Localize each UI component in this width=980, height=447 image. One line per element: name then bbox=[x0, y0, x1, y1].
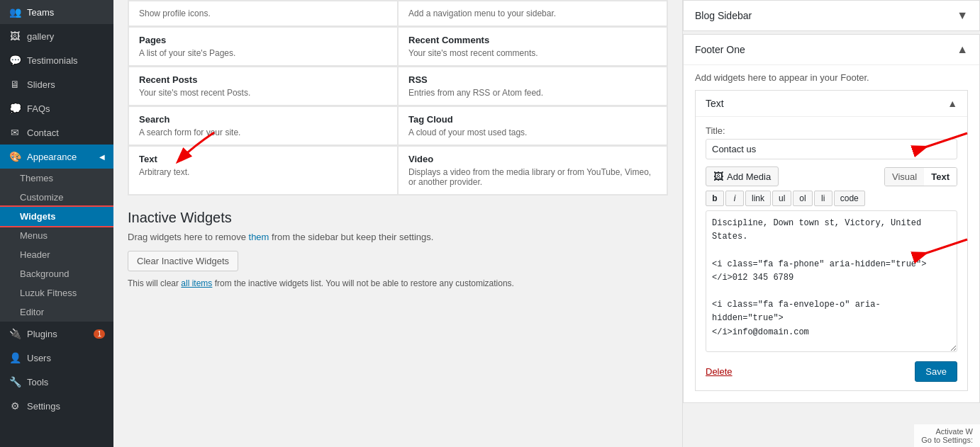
delete-button[interactable]: Delete bbox=[706, 366, 733, 377]
inactive-widgets-desc: Drag widgets here to remove them from th… bbox=[128, 232, 668, 242]
content-editor[interactable]: Discipline, Down town st, Victory, Unite… bbox=[706, 210, 957, 352]
sidebar-item-customize[interactable]: Customize bbox=[0, 188, 113, 207]
sidebar-item-tools[interactable]: 🔧 Tools bbox=[0, 370, 113, 394]
sidebar-item-label: Testimonials bbox=[27, 55, 78, 66]
sidebar-item-menus[interactable]: Menus bbox=[0, 226, 113, 245]
ol-button[interactable]: ol bbox=[793, 191, 812, 206]
sidebar-item-settings[interactable]: ⚙ Settings bbox=[0, 394, 113, 418]
customize-label: Customize bbox=[20, 192, 63, 203]
widget-text-title: Text bbox=[139, 154, 387, 164]
footer-one-expand-icon: ▲ bbox=[957, 43, 968, 56]
widget-rss[interactable]: RSS Entries from any RSS or Atom feed. bbox=[398, 67, 667, 106]
inactive-widgets-title: Inactive Widgets bbox=[128, 210, 668, 226]
sidebar-item-header[interactable]: Header bbox=[0, 245, 113, 264]
footer-one-section: Footer One ▲ Add widgets here to appear … bbox=[683, 34, 980, 403]
editor-label: Editor bbox=[20, 307, 44, 317]
sidebar-item-faqs[interactable]: 💭 FAQs bbox=[0, 96, 113, 120]
save-button[interactable]: Save bbox=[915, 361, 957, 382]
sidebar-item-users[interactable]: 👤 Users bbox=[0, 346, 113, 370]
sidebar-item-label: Appearance bbox=[27, 152, 77, 162]
sidebar-item-luzuk-fitness[interactable]: Luzuk Fitness bbox=[0, 283, 113, 302]
text-widget-title: Text bbox=[706, 98, 724, 109]
visual-tab[interactable]: Visual bbox=[885, 168, 924, 186]
sidebar-item-gallery[interactable]: 🖼 gallery bbox=[0, 24, 113, 48]
sliders-icon: 🖥 bbox=[9, 78, 21, 91]
widget-recent-posts-desc: Your site's most recent Posts. bbox=[139, 88, 387, 98]
editor-toolbar: 🖼 Add Media Visual Text bbox=[706, 166, 957, 186]
sidebar-item-label: FAQs bbox=[27, 103, 50, 114]
header-label: Header bbox=[20, 249, 50, 260]
blog-sidebar-title: Blog Sidebar bbox=[695, 10, 752, 21]
widget-rss-title: RSS bbox=[408, 74, 657, 85]
sidebar-item-plugins[interactable]: 🔌 Plugins 1 bbox=[0, 322, 113, 346]
sidebar-item-teams[interactable]: 👥 Teams bbox=[0, 0, 113, 24]
contact-icon: ✉ bbox=[9, 126, 21, 139]
footer-one-title: Footer One bbox=[695, 44, 745, 55]
widget-rss-desc: Entries from any RSS or Atom feed. bbox=[408, 88, 657, 98]
widget-recent-comments-desc: Your site's most recent comments. bbox=[408, 48, 657, 58]
bold-button[interactable]: b bbox=[706, 191, 724, 206]
sidebar-item-contact[interactable]: ✉ Contact bbox=[0, 120, 113, 145]
blog-sidebar-header[interactable]: Blog Sidebar ▼ bbox=[684, 1, 979, 30]
add-media-label: Add Media bbox=[727, 171, 771, 182]
widget-text[interactable]: Text Arbitrary text. bbox=[128, 146, 398, 195]
text-widget-body: Title: 🖼 Add Media Visual Text bbox=[696, 117, 967, 390]
widget-search[interactable]: Search A search form for your site. bbox=[128, 106, 398, 145]
sidebar-item-appearance[interactable]: 🎨 Appearance ◀ bbox=[0, 145, 113, 169]
footer-one-desc: Add widgets here to appear in your Foote… bbox=[695, 72, 968, 83]
all-items-link[interactable]: all items bbox=[181, 278, 212, 288]
sidebar-item-label: gallery bbox=[27, 31, 54, 42]
ul-button[interactable]: ul bbox=[772, 191, 791, 206]
text-widget-collapse-icon: ▲ bbox=[947, 98, 957, 109]
inactive-them-link[interactable]: them bbox=[249, 232, 269, 242]
sidebar-areas-panel: Blog Sidebar ▼ Footer One ▲ Add widgets … bbox=[682, 0, 980, 447]
format-toolbar: b i link ul ol li code bbox=[706, 191, 957, 206]
appearance-submenu: Themes Customize Widgets Menus Header Ba… bbox=[0, 169, 113, 322]
widget-recent-comments[interactable]: Recent Comments Your site's most recent … bbox=[398, 27, 667, 66]
widget-recent-posts[interactable]: Recent Posts Your site's most recent Pos… bbox=[128, 67, 398, 106]
li-button[interactable]: li bbox=[814, 191, 833, 206]
sidebar-item-label: Sliders bbox=[27, 79, 55, 90]
widget-pages-title: Pages bbox=[139, 35, 387, 45]
text-widget: Text ▲ Title: 🖼 Add Media bbox=[695, 90, 968, 391]
clear-inactive-widgets-button[interactable]: Clear Inactive Widgets bbox=[128, 251, 238, 271]
sidebar-item-editor[interactable]: Editor bbox=[0, 302, 113, 322]
widget-recent-posts-title: Recent Posts bbox=[139, 74, 387, 85]
appearance-icon: 🎨 bbox=[9, 150, 21, 163]
footer-one-header[interactable]: Footer One ▲ bbox=[684, 35, 979, 64]
widget-video-desc: Displays a video from the media library … bbox=[408, 167, 657, 187]
text-tab[interactable]: Text bbox=[924, 168, 957, 186]
widget-note-right: Add a navigation menu to your sidebar. bbox=[398, 1, 667, 26]
footer-one-body: Add widgets here to appear in your Foote… bbox=[684, 64, 979, 402]
widget-recent-comments-title: Recent Comments bbox=[408, 35, 657, 45]
tools-icon: 🔧 bbox=[9, 375, 21, 388]
widget-video[interactable]: Video Displays a video from the media li… bbox=[398, 146, 667, 195]
users-label: Users bbox=[27, 353, 51, 363]
sidebar-item-widgets[interactable]: Widgets bbox=[0, 207, 113, 226]
italic-button[interactable]: i bbox=[725, 191, 744, 206]
code-button[interactable]: code bbox=[834, 191, 865, 206]
title-label: Title: bbox=[706, 125, 957, 136]
add-media-button[interactable]: 🖼 Add Media bbox=[706, 166, 779, 186]
title-input[interactable] bbox=[706, 139, 957, 159]
widget-pages[interactable]: Pages A list of your site's Pages. bbox=[128, 27, 398, 66]
sidebar-item-label: Contact bbox=[27, 128, 59, 138]
main-content: Show profile icons. Add a navigation men… bbox=[113, 0, 980, 447]
sidebar-item-sliders[interactable]: 🖥 Sliders bbox=[0, 72, 113, 96]
plugins-label: Plugins bbox=[27, 329, 57, 339]
link-button[interactable]: link bbox=[745, 191, 771, 206]
tools-label: Tools bbox=[27, 377, 48, 387]
sidebar-item-testimonials[interactable]: 💬 Testimonials bbox=[0, 48, 113, 72]
clear-inactive-note: This will clear all items from the inact… bbox=[128, 278, 668, 288]
widget-tag-cloud-desc: A cloud of your most used tags. bbox=[408, 128, 657, 137]
add-media-icon: 🖼 bbox=[713, 171, 723, 182]
settings-icon: ⚙ bbox=[9, 400, 21, 412]
sidebar-item-themes[interactable]: Themes bbox=[0, 169, 113, 188]
widget-tag-cloud[interactable]: Tag Cloud A cloud of your most used tags… bbox=[398, 106, 667, 145]
sidebar-item-background[interactable]: Background bbox=[0, 264, 113, 283]
text-widget-header[interactable]: Text ▲ bbox=[696, 91, 967, 117]
admin-sidebar: 👥 Teams 🖼 gallery 💬 Testimonials 🖥 Slide… bbox=[0, 0, 113, 447]
visual-text-tabs: Visual Text bbox=[884, 167, 957, 186]
widget-search-desc: A search form for your site. bbox=[139, 128, 387, 137]
widget-note-right-text: Add a navigation menu to your sidebar. bbox=[408, 9, 657, 18]
